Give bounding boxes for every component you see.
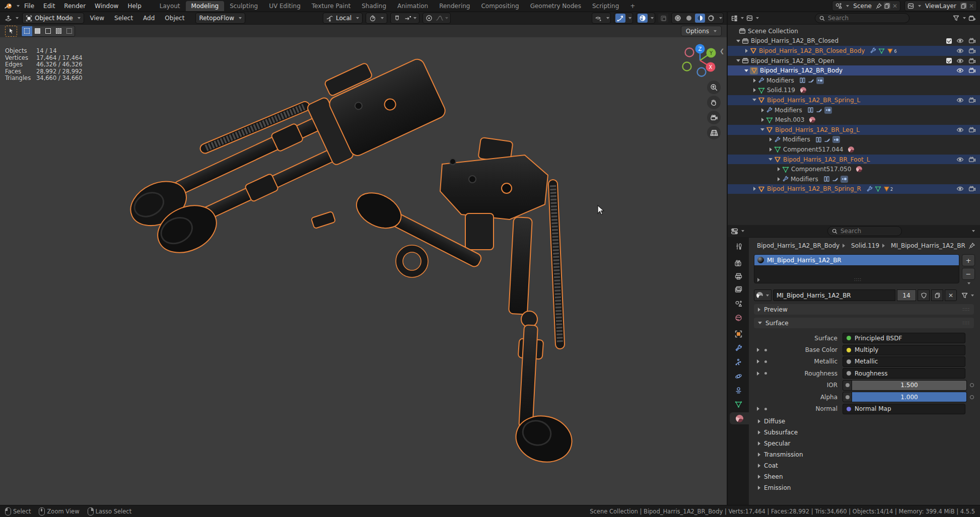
expand-icon[interactable] bbox=[751, 79, 758, 83]
tab-sculpting[interactable]: Sculpting bbox=[224, 1, 263, 11]
tab-physics[interactable] bbox=[728, 370, 749, 382]
outliner-row-component-050[interactable]: Component517.050 bbox=[728, 164, 980, 174]
outliner-row-body-active[interactable]: Bipod_Harris_1A2_BR_Body bbox=[728, 65, 980, 76]
breadcrumb-material[interactable]: MI_Bipod_Harris_1A2_BR bbox=[891, 242, 965, 249]
tab-geometry-nodes[interactable]: Geometry Nodes bbox=[525, 1, 587, 11]
tab-tool[interactable] bbox=[728, 240, 749, 252]
hide-viewport-eye-icon[interactable] bbox=[956, 157, 964, 163]
hide-viewport-eye-icon[interactable] bbox=[956, 127, 964, 133]
hide-viewport-eye-icon[interactable] bbox=[956, 97, 964, 103]
animate-dot-icon[interactable] bbox=[764, 360, 767, 363]
expand-icon[interactable] bbox=[775, 167, 782, 171]
collection-checkbox[interactable] bbox=[946, 38, 952, 44]
scene-icon[interactable] bbox=[835, 3, 842, 9]
panel-emission[interactable]: Emission bbox=[754, 483, 974, 493]
panel-diffuse[interactable]: Diffuse bbox=[754, 416, 974, 427]
visibility-chevron-icon[interactable] bbox=[606, 17, 609, 19]
tab-modeling[interactable]: Modeling bbox=[186, 1, 225, 11]
select-mode-subtract[interactable] bbox=[43, 26, 53, 36]
panel-preview[interactable]: Preview :::: bbox=[754, 304, 974, 315]
panel-sheen[interactable]: Sheen bbox=[754, 472, 974, 482]
outliner-row-solid-119[interactable]: Solid.119 bbox=[728, 86, 980, 96]
viewlayer-name[interactable]: ViewLayer bbox=[923, 3, 958, 10]
disable-render-camera-icon[interactable] bbox=[968, 48, 976, 54]
viewlayer-icon[interactable] bbox=[907, 3, 914, 9]
tab-uv-editing[interactable]: UV Editing bbox=[263, 1, 306, 11]
tab-output[interactable] bbox=[728, 270, 749, 282]
add-slot-button[interactable]: + bbox=[962, 254, 975, 266]
falloff-curve-button[interactable] bbox=[435, 14, 449, 23]
material-slot-selected[interactable]: MI_Bipod_Harris_1A2_BR bbox=[754, 255, 959, 265]
expand-icon[interactable] bbox=[751, 88, 758, 92]
zoom-view-button[interactable] bbox=[707, 81, 721, 94]
material-users-count[interactable]: 14 bbox=[897, 289, 916, 301]
fake-user-shield-icon[interactable] bbox=[918, 289, 930, 301]
select-mode-extend[interactable] bbox=[32, 26, 43, 36]
shading-chevron-icon[interactable] bbox=[719, 17, 722, 19]
shading-material-preview-icon[interactable] bbox=[695, 14, 705, 23]
animate-dot-icon[interactable] bbox=[764, 372, 767, 375]
breadcrumb-object[interactable]: Bipod_Harris_1A2_BR_Body bbox=[757, 242, 839, 249]
tab-animation[interactable]: Animation bbox=[392, 1, 434, 11]
tab-view-layer[interactable] bbox=[728, 283, 749, 296]
scene-name[interactable]: Scene bbox=[851, 3, 874, 10]
outliner-row-modifiers[interactable]: Modifiers bbox=[728, 105, 980, 115]
select-mode-intersect[interactable] bbox=[64, 26, 75, 36]
blender-logo-icon[interactable] bbox=[4, 2, 13, 10]
expand-icon[interactable] bbox=[757, 407, 759, 411]
hide-viewport-eye-icon[interactable] bbox=[956, 67, 964, 73]
tab-render[interactable] bbox=[728, 257, 749, 269]
outliner-row-component-044[interactable]: Component517.044 bbox=[728, 144, 980, 155]
pivot-point-selector[interactable] bbox=[366, 13, 387, 24]
ior-slider[interactable]: 1.500 bbox=[852, 380, 967, 391]
menu-edit[interactable]: Edit bbox=[39, 2, 59, 11]
expand-icon[interactable] bbox=[759, 128, 766, 131]
material-name-field[interactable]: MI_Bipod_Harris_1A2_BR bbox=[773, 289, 895, 301]
hide-viewport-eye-icon[interactable] bbox=[956, 38, 964, 44]
expand-icon[interactable] bbox=[751, 187, 758, 191]
disable-render-camera-icon[interactable] bbox=[968, 186, 976, 192]
pan-view-button[interactable] bbox=[707, 96, 721, 109]
properties-options-chevron-icon[interactable] bbox=[972, 230, 975, 232]
active-tool-select-box[interactable] bbox=[5, 26, 17, 37]
disable-render-camera-icon[interactable] bbox=[968, 67, 976, 73]
menu-render[interactable]: Render bbox=[59, 2, 90, 11]
mode-selector[interactable]: Object Mode bbox=[22, 13, 84, 24]
shading-solid-icon[interactable] bbox=[684, 14, 694, 23]
metallic-input[interactable]: Metallic bbox=[843, 356, 965, 367]
hide-viewport-eye-icon[interactable] bbox=[956, 58, 964, 64]
outliner-search-input[interactable]: Search bbox=[815, 13, 909, 23]
duplicate-material-icon[interactable] bbox=[931, 289, 943, 301]
properties-search-input[interactable]: Search bbox=[827, 226, 902, 236]
decorator-dot-icon[interactable] bbox=[970, 383, 974, 387]
tab-world[interactable] bbox=[728, 312, 749, 324]
navigation-gizmo[interactable]: Z Y X bbox=[679, 38, 723, 82]
shading-rendered-icon[interactable] bbox=[706, 14, 716, 23]
surface-shader-selector[interactable]: Principled BSDF bbox=[843, 333, 965, 343]
tab-scripting[interactable]: Scripting bbox=[587, 1, 624, 11]
tab-scene[interactable] bbox=[728, 298, 749, 310]
menu-add[interactable]: Add bbox=[139, 14, 159, 23]
expand-icon[interactable] bbox=[757, 372, 759, 376]
expand-icon[interactable] bbox=[751, 99, 758, 101]
expand-icon[interactable] bbox=[735, 40, 742, 42]
snap-settings-button[interactable] bbox=[403, 14, 418, 23]
tab-texture-paint[interactable]: Texture Paint bbox=[306, 1, 356, 11]
normal-input[interactable]: Normal Map bbox=[843, 404, 965, 414]
expand-icon[interactable] bbox=[767, 137, 774, 141]
outliner-row-scene-collection[interactable]: Scene Collection bbox=[728, 26, 980, 36]
material-filter-button[interactable] bbox=[961, 292, 974, 299]
browse-material-button[interactable] bbox=[754, 289, 772, 301]
menu-window[interactable]: Window bbox=[90, 2, 123, 11]
list-resize-grip[interactable]: :::: bbox=[854, 277, 862, 282]
shading-wireframe-icon[interactable] bbox=[673, 14, 683, 23]
remove-slot-button[interactable]: − bbox=[962, 268, 975, 280]
hide-viewport-eye-icon[interactable] bbox=[956, 186, 964, 192]
alpha-slider[interactable]: 1.000 bbox=[852, 392, 967, 402]
outliner-row-collection-closed[interactable]: Bipod_Harris_1A2_BR_Closed bbox=[728, 36, 980, 46]
expand-icon[interactable] bbox=[743, 69, 750, 72]
breadcrumb-mesh[interactable]: Solid.119 bbox=[851, 242, 879, 249]
select-mode-invert[interactable] bbox=[53, 26, 64, 36]
outliner-row-spring-r[interactable]: Bipod_Harris_1A2_BR_Spring_R 2 bbox=[728, 184, 980, 194]
disable-render-camera-icon[interactable] bbox=[968, 127, 976, 133]
